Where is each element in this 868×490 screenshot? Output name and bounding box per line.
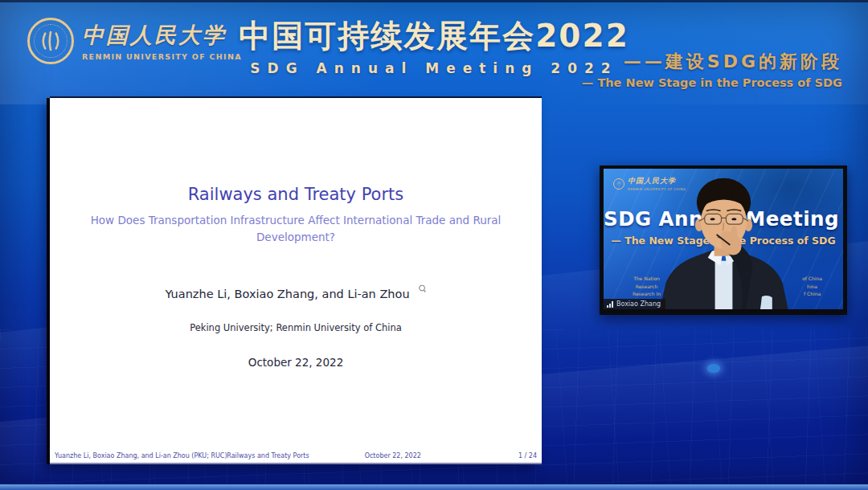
presentation-slide: Railways and Treaty Ports How Does Trans… [50,98,542,464]
university-seal-icon [27,18,74,64]
footline-authors: Yuanzhe Li, Boxiao Zhang, and Li-an Zhou… [55,452,227,459]
slide-title: Railways and Treaty Ports [50,185,542,204]
seal-figures-icon [37,27,64,55]
university-name-en: RENMIN UNIVERSITY OF CHINA [82,52,242,61]
event-title-en: SDG Annual Meeting 2022 [239,60,629,76]
speaker-video-tile[interactable]: ⌾ 中国人民大学 RENMIN UNIVERSITY OF CHINA SDG … [600,165,847,315]
footline-date: October 22, 2022 [365,452,421,459]
meeting-screen: 中国人民大学 RENMIN UNIVERSITY OF CHINA 中国可持续发… [0,0,868,490]
event-title-block: 中国可持续发展年会2022 SDG Annual Meeting 2022 [239,14,629,76]
background-glow-dot [707,364,720,373]
slide-affiliation: Peking University; Renmin University of … [50,322,542,333]
slide-footline: Yuanzhe Li, Boxiao Zhang, and Li-an Zhou… [50,452,542,462]
event-title-cn: 中国可持续发展年会2022 [239,14,629,58]
event-tagline-block: ——建设SDG的新阶段 — The New Stage in the Proce… [582,50,842,89]
speaker-person [604,169,843,309]
slide-footline-rule [50,463,542,464]
slide-date: October 22, 2022 [50,356,542,369]
signal-strength-icon [607,301,614,308]
event-tagline-en: — The New Stage in the Process of SDG [582,76,842,89]
participant-name: Boxiao Zhang [616,300,661,308]
slide-authors-text: Yuanzhe Li, Boxiao Zhang, and Li-an Zhou [165,288,409,300]
bottom-edge-strip [0,484,868,490]
magnifier-cursor-icon [418,283,427,296]
participant-name-tag: Boxiao Zhang [604,299,665,309]
slide-subtitle: How Does Transportation Infrastructure A… [81,212,511,246]
speaker-video-feed: ⌾ 中国人民大学 RENMIN UNIVERSITY OF CHINA SDG … [604,169,843,309]
university-logo: 中国人民大学 RENMIN UNIVERSITY OF CHINA [27,18,242,64]
event-tagline-cn: ——建设SDG的新阶段 [582,50,842,74]
footline-title: Railways and Treaty Ports [227,452,309,459]
footline-page-number: 1 / 24 [518,452,537,459]
university-name-cn: 中国人民大学 [82,21,242,50]
slide-authors: Yuanzhe Li, Boxiao Zhang, and Li-an Zhou [50,283,542,300]
